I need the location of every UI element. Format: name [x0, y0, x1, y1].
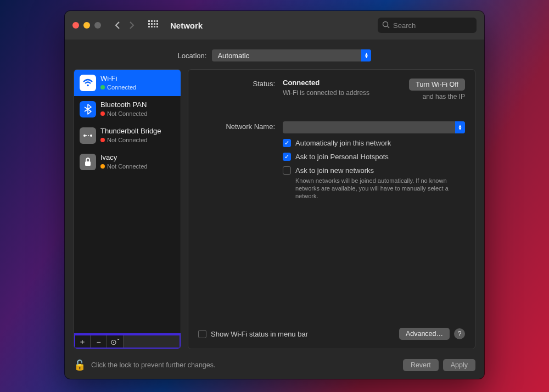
window-title: Network: [170, 21, 203, 30]
network-preferences-window: Network Location: Automatic ▲▼ Wi-Fi: [65, 11, 484, 379]
advanced-button[interactable]: Advanced…: [399, 328, 450, 340]
services-sidebar: Wi-Fi Connected Bluetooth PAN Not Connec…: [74, 69, 181, 349]
status-dot-icon: [100, 164, 105, 169]
sidebar-item-label: Thunderbolt Bridge: [100, 127, 161, 136]
revert-button[interactable]: Revert: [403, 359, 439, 371]
chevron-updown-icon: ▲▼: [455, 121, 465, 133]
checkbox-checked-icon: ✓: [283, 153, 291, 161]
svg-point-4: [90, 135, 92, 137]
status-dot-icon: [100, 138, 105, 142]
status-value: Connected: [283, 79, 369, 87]
bluetooth-icon: [80, 101, 96, 117]
minus-icon: −: [96, 338, 100, 346]
ask-new-networks-checkbox[interactable]: Ask to join new networks Known networks …: [283, 166, 465, 200]
minimize-icon[interactable]: [83, 22, 90, 29]
remove-service-button[interactable]: −: [91, 335, 107, 349]
status-description: Wi-Fi is connected to address: [283, 89, 369, 97]
ask-hotspot-checkbox[interactable]: ✓ Ask to join Personal Hotspots: [283, 153, 465, 161]
checkbox-unchecked-icon: [283, 166, 291, 175]
body: Wi-Fi Connected Bluetooth PAN Not Connec…: [65, 69, 484, 354]
thunderbolt-icon: [80, 127, 96, 144]
svg-rect-5: [85, 161, 91, 166]
svg-line-1: [388, 26, 390, 29]
sidebar-item-ivacy[interactable]: Ivacy Not Connected: [74, 149, 181, 175]
show-status-checkbox[interactable]: Show Wi-Fi status in menu bar: [198, 330, 308, 338]
turn-wifi-off-button[interactable]: Turn Wi-Fi Off: [409, 79, 465, 91]
search-icon: [382, 21, 390, 29]
zoom-icon[interactable]: [94, 22, 101, 29]
sidebar-item-wifi[interactable]: Wi-Fi Connected: [74, 70, 181, 96]
status-dot-icon: [100, 85, 105, 89]
close-icon[interactable]: [72, 22, 79, 29]
lock-open-icon[interactable]: 🔓: [74, 359, 86, 371]
help-button[interactable]: ?: [454, 328, 465, 339]
location-value: Automatic: [217, 52, 249, 60]
sidebar-footer: ＋ − ⊙ˇ: [74, 334, 181, 349]
checkbox-checked-icon: ✓: [283, 139, 291, 147]
question-icon: ?: [458, 330, 462, 338]
nav-buttons: [111, 19, 138, 32]
show-all-icon[interactable]: [148, 20, 158, 30]
status-label: Status:: [198, 79, 275, 100]
gear-menu-icon: ⊙ˇ: [110, 338, 120, 346]
sidebar-item-label: Bluetooth PAN: [100, 100, 147, 109]
back-button[interactable]: [111, 19, 124, 32]
traffic-lights: [72, 22, 101, 29]
plus-icon: ＋: [79, 337, 86, 347]
sidebar-item-label: Wi-Fi: [100, 74, 136, 83]
apply-button[interactable]: Apply: [443, 359, 475, 371]
network-name-label: Network Name:: [198, 121, 275, 133]
detail-panel: Status: Connected Wi-Fi is connected to …: [188, 69, 475, 349]
service-actions-button[interactable]: ⊙ˇ: [107, 335, 124, 349]
wifi-icon: [80, 75, 96, 91]
status-dot-icon: [100, 111, 105, 116]
search-input[interactable]: [378, 18, 477, 33]
auto-join-checkbox[interactable]: ✓ Automatically join this network: [283, 139, 465, 147]
location-label: Location:: [178, 52, 207, 60]
detail-footer: Show Wi-Fi status in menu bar Advanced… …: [198, 324, 465, 340]
ip-text: and has the IP: [409, 93, 465, 100]
add-service-button[interactable]: ＋: [74, 335, 91, 349]
titlebar: Network: [65, 11, 484, 40]
forward-button[interactable]: [125, 19, 138, 32]
ask-new-help-text: Known networks will be joined automatica…: [295, 177, 460, 200]
location-row: Location: Automatic ▲▼: [65, 40, 484, 69]
chevron-updown-icon: ▲▼: [361, 49, 371, 61]
lock-icon: [80, 154, 96, 170]
lock-message: Click the lock to prevent further change…: [91, 361, 216, 369]
location-select[interactable]: Automatic ▲▼: [212, 49, 371, 61]
checkbox-unchecked-icon: [198, 330, 206, 338]
search-wrap: [378, 18, 477, 33]
network-name-select[interactable]: ▲▼: [283, 121, 465, 133]
svg-point-2: [87, 85, 89, 87]
sidebar-item-label: Ivacy: [100, 153, 147, 162]
sidebar-footer-spacer: [124, 335, 181, 349]
svg-point-3: [83, 135, 86, 137]
sidebar-item-bluetooth-pan[interactable]: Bluetooth PAN Not Connected: [74, 96, 181, 122]
svg-point-0: [383, 22, 388, 27]
sidebar-item-thunderbolt-bridge[interactable]: Thunderbolt Bridge Not Connected: [74, 122, 181, 149]
window-footer: 🔓 Click the lock to prevent further chan…: [65, 354, 484, 379]
